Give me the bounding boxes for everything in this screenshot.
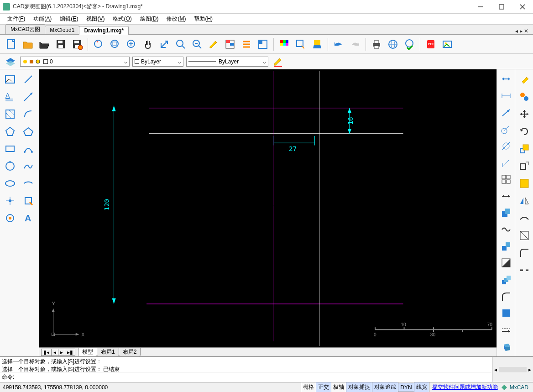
stretch-button[interactable] <box>516 158 533 174</box>
menu-format[interactable]: 格式(O) <box>109 14 135 24</box>
arc-tool-button[interactable] <box>20 106 37 122</box>
toggle-polar[interactable]: 极轴 <box>331 382 346 392</box>
drawing-canvas[interactable]: 120 27 16 Y X <box>39 69 496 347</box>
gradient-button[interactable] <box>498 255 514 271</box>
menu-help[interactable]: 帮助(H) <box>190 14 216 24</box>
dim-radius-button[interactable] <box>498 121 514 137</box>
select-button[interactable] <box>293 37 308 52</box>
doc-tab-mxcad-cloud[interactable]: MxCAD云图 <box>5 24 45 34</box>
extend-button[interactable] <box>516 227 533 244</box>
toggle-ortho[interactable]: 正交 <box>316 382 331 392</box>
image-button[interactable] <box>439 37 455 52</box>
list-button[interactable] <box>239 37 254 52</box>
color-grid-button[interactable] <box>277 37 292 52</box>
mirror-button[interactable] <box>516 193 533 209</box>
grid4-button[interactable] <box>498 172 514 188</box>
ellipse-tool-button[interactable] <box>2 175 18 192</box>
break-button[interactable] <box>516 262 533 278</box>
rotate-button[interactable] <box>516 123 533 140</box>
doc-tab-drawing1[interactable]: Drawing1.mxg* <box>79 26 129 35</box>
web-button[interactable] <box>385 37 401 52</box>
tab-nav-arrows[interactable]: ◂ ▸ ✕ <box>515 28 533 34</box>
menu-draw[interactable]: 绘图(D) <box>136 14 162 24</box>
web-check-button[interactable] <box>402 37 417 52</box>
dim-diameter-button[interactable] <box>498 138 514 154</box>
block-dark-button[interactable] <box>498 305 514 321</box>
menu-modify[interactable]: 修改(M) <box>163 14 189 24</box>
line-tool-button[interactable] <box>20 71 37 88</box>
lineweight-combo[interactable]: ByLayer ⌵ <box>186 57 268 67</box>
trim-button[interactable] <box>516 210 533 226</box>
toggle-lwt[interactable]: 线宽 <box>414 382 429 392</box>
toggle-dyn[interactable]: DYN <box>398 383 414 392</box>
arc-fillet-button[interactable] <box>498 288 514 304</box>
clean-button[interactable] <box>309 37 325 52</box>
maximize-button[interactable] <box>491 0 512 14</box>
new-file-button[interactable] <box>4 37 19 52</box>
eraser-button[interactable] <box>516 71 533 88</box>
fillet-button[interactable] <box>516 245 533 261</box>
scale-button[interactable] <box>516 141 533 157</box>
point-tool-button[interactable] <box>2 193 18 209</box>
ellipse-arc-button[interactable] <box>20 175 37 192</box>
move-button[interactable] <box>516 106 533 122</box>
block3-button[interactable] <box>498 272 514 288</box>
toggle-grid[interactable]: 栅格 <box>301 382 316 392</box>
circle-tool-button[interactable] <box>2 158 18 174</box>
print-button[interactable] <box>369 37 384 52</box>
pencil-edit-button[interactable] <box>271 56 285 68</box>
menu-view[interactable]: 视图(V) <box>83 14 108 24</box>
doc-tab-mxcloud1[interactable]: MxCloud1 <box>45 26 79 34</box>
pencil-button[interactable] <box>206 37 221 52</box>
zoom-extents-button[interactable]: + <box>91 37 106 52</box>
command-scroll[interactable]: ◂▸ <box>492 356 533 382</box>
dim-horizontal-button[interactable] <box>498 188 514 204</box>
save-as-button[interactable] <box>69 37 85 52</box>
dim-linear-button[interactable] <box>498 71 514 87</box>
menu-file[interactable]: 文件(F) <box>4 14 29 24</box>
wave-button[interactable] <box>498 222 514 238</box>
block-insert-button[interactable] <box>20 193 37 209</box>
dim-angular-button[interactable] <box>498 105 514 120</box>
spline-tool-button[interactable] <box>20 158 37 174</box>
dim-continue-button[interactable] <box>498 155 514 171</box>
toggle-otrack[interactable]: 对象追踪 <box>372 382 398 392</box>
undo-button[interactable] <box>331 37 346 52</box>
dim-aligned-button[interactable] <box>498 88 514 104</box>
cube-button[interactable] <box>498 339 514 355</box>
menu-edit[interactable]: 编辑(E) <box>56 14 82 24</box>
offset-button[interactable] <box>516 175 533 192</box>
block-create-button[interactable] <box>498 205 514 221</box>
dash-dim-button[interactable] <box>498 322 514 338</box>
pdf-button[interactable]: PDF <box>423 37 439 52</box>
layout-nav[interactable]: ▮◂◂▸▸▮ <box>41 349 75 356</box>
open-folder-button[interactable] <box>37 37 52 52</box>
text-tool-button[interactable]: A <box>2 89 18 105</box>
command-input[interactable] <box>16 374 490 381</box>
toggle-osnap[interactable]: 对象捕捉 <box>346 382 372 392</box>
zoom-in-button[interactable] <box>124 37 139 52</box>
zoom-window-button[interactable] <box>107 37 123 52</box>
close-button[interactable] <box>512 0 533 14</box>
layout-tab-model[interactable]: 模型 <box>78 348 97 356</box>
arc3pt-tool-button[interactable] <box>20 141 37 157</box>
text-a-button[interactable]: A <box>20 210 37 226</box>
linetype-combo[interactable]: ByLayer ⌵ <box>132 57 183 67</box>
block-stack-button[interactable] <box>498 238 514 254</box>
ray-tool-button[interactable] <box>20 89 37 105</box>
menu-function[interactable]: 功能(A) <box>30 14 55 24</box>
layer-button[interactable] <box>255 37 271 52</box>
layout-tab-layout2[interactable]: 布局2 <box>119 348 141 356</box>
properties-button[interactable] <box>222 37 238 52</box>
redo-button[interactable] <box>347 37 363 52</box>
pentagon-flat-button[interactable] <box>20 123 37 140</box>
layout-tab-layout1[interactable]: 布局1 <box>97 348 119 356</box>
zoom-realtime-button[interactable] <box>173 37 188 52</box>
minimize-button[interactable] <box>470 0 491 14</box>
donut-tool-button[interactable] <box>2 210 18 226</box>
save-button[interactable] <box>53 37 68 52</box>
open-file-button[interactable] <box>20 37 36 52</box>
feedback-link[interactable]: 提交软件问题或增加新功能 <box>429 383 501 391</box>
rectangle-tool-button[interactable] <box>2 141 18 157</box>
layer-combo[interactable]: 0 ⌵ <box>20 57 130 67</box>
